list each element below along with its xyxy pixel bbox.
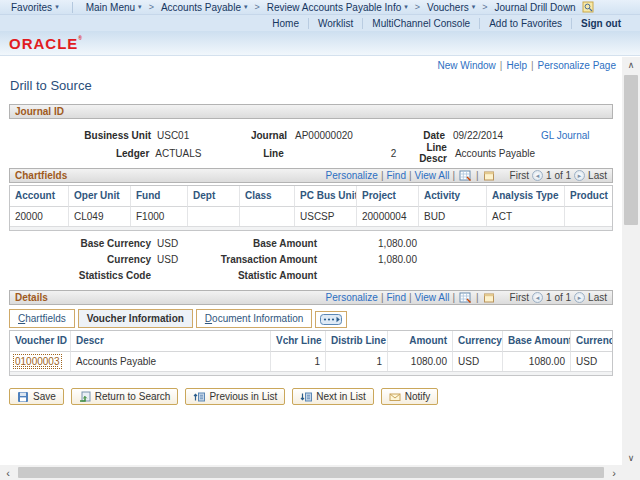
cell-oper-unit: CL049 (68, 206, 130, 226)
control-separator: | (476, 292, 479, 303)
col-amount: Amount (387, 331, 452, 351)
chevron-down-icon: ▾ (55, 3, 59, 11)
vertical-scrollbar[interactable]: ∧ ∨ (622, 57, 640, 465)
control-separator: | (381, 170, 384, 181)
gl-journal-link[interactable]: GL Journal (541, 130, 613, 141)
popup-window-icon[interactable] (483, 170, 495, 182)
first-label[interactable]: First (510, 292, 529, 303)
vertical-scrollbar-thumb[interactable] (624, 75, 638, 225)
tab-document-information[interactable]: Document Information (196, 309, 312, 328)
breadcrumb-separator: > (482, 2, 487, 12)
show-all-columns-icon (320, 314, 342, 325)
col-product: Product (564, 186, 612, 206)
breadcrumb-accounts-payable[interactable]: Accounts Payable ▾ (158, 2, 251, 13)
first-label[interactable]: First (510, 170, 529, 181)
col-pc-bus-unit: PC Bus Unit (294, 186, 356, 206)
details-tab-strip: Chartfields Voucher Information Document… (9, 309, 613, 328)
cell-amount: 1080.00 (387, 351, 452, 371)
save-button[interactable]: Save (9, 388, 64, 405)
col-account: Account (10, 186, 68, 206)
base-amount-label: Base Amount (217, 238, 317, 249)
home-link[interactable]: Home (263, 18, 308, 29)
journal-id-row-2: Ledger ACTUALS Line 2 Line Descr Account… (9, 146, 613, 160)
page-search-icon[interactable] (582, 1, 594, 13)
tab-voucher-information[interactable]: Voucher Information (78, 309, 193, 328)
col-analysis-type: Analysis Type (486, 186, 564, 206)
popup-window-icon[interactable] (483, 292, 495, 304)
cell-fund: F1000 (130, 206, 187, 226)
previous-in-list-icon (193, 391, 205, 403)
cell-activity: BUD (418, 206, 486, 226)
previous-page-icon[interactable]: ◄ (532, 292, 543, 303)
worklist-link[interactable]: Worklist (308, 18, 362, 29)
details-header-row: Voucher ID Descr Vchr Line Distrib Line … (10, 331, 612, 351)
personalize-page-link[interactable]: Personalize Page (538, 60, 616, 71)
scroll-right-icon[interactable]: › (606, 465, 622, 480)
breadcrumb-review-ap-info[interactable]: Review Accounts Payable Info ▾ (264, 2, 411, 13)
journal-id-section-title: Journal ID (15, 106, 64, 117)
find-link[interactable]: Find (386, 292, 405, 303)
tab-chartfields[interactable]: Chartfields (9, 309, 75, 328)
sign-out-link[interactable]: Sign out (571, 18, 630, 29)
scroll-down-icon[interactable]: ∨ (622, 450, 640, 465)
cell-currency: USD (452, 351, 502, 371)
next-page-icon[interactable]: ► (574, 292, 585, 303)
add-to-favorites-link[interactable]: Add to Favorites (479, 18, 571, 29)
base-currency-row: Base Currency USD Base Amount 1,080.00 (9, 237, 613, 250)
line-descr-value: Accounts Payable (455, 148, 613, 159)
breadcrumb-main-menu-label: Main Menu (86, 2, 135, 13)
breadcrumb-label: Accounts Payable (161, 2, 241, 13)
last-label[interactable]: Last (588, 170, 607, 181)
cell-descr: Accounts Payable (70, 351, 270, 371)
cell-account: 20000 (10, 206, 68, 226)
next-page-icon[interactable]: ► (574, 170, 585, 181)
statistics-code-label: Statistics Code (9, 270, 151, 281)
breadcrumb-favorites[interactable]: Favorites ▾ (8, 2, 62, 13)
breadcrumb-vouchers[interactable]: Vouchers ▾ (424, 2, 478, 13)
help-link[interactable]: Help (506, 60, 527, 71)
previous-page-icon[interactable]: ◄ (532, 170, 543, 181)
last-label[interactable]: Last (588, 292, 607, 303)
personalize-link[interactable]: Personalize (326, 170, 378, 181)
chartfields-header-row: Account Oper Unit Fund Dept Class PC Bus… (10, 186, 612, 206)
statistics-row: Statistics Code Statistic Amount (9, 269, 613, 282)
voucher-id-link[interactable]: 01000003 (15, 356, 60, 367)
details-data-row: 01000003 Accounts Payable 1 1 1080.00 US… (10, 351, 612, 371)
download-grid-icon[interactable] (459, 292, 472, 304)
multichannel-console-link[interactable]: MultiChannel Console (362, 18, 479, 29)
page-title: Drill to Source (10, 78, 622, 93)
show-all-columns-tab[interactable] (315, 311, 347, 328)
peoplesoft-window: Favorites ▾ Main Menu ▾ > Accounts Payab… (0, 0, 640, 480)
breadcrumb-label: Review Accounts Payable Info (267, 2, 402, 13)
chartfields-grid-controls: Personalize | Find | View All | | First … (326, 170, 607, 182)
previous-in-list-button[interactable]: Previous in List (185, 388, 285, 405)
horizontal-scrollbar[interactable]: ‹ › (0, 465, 622, 480)
next-in-list-button[interactable]: Next in List (292, 388, 373, 405)
page-content: New Window | Help | Personalize Page Dri… (0, 57, 622, 465)
cell-vchr-line: 1 (270, 351, 325, 371)
cell-base-amount: 1080.00 (502, 351, 570, 371)
business-unit-label: Business Unit (9, 130, 151, 141)
col-currency: Currency (452, 331, 502, 351)
return-to-search-button[interactable]: Return to Search (71, 388, 179, 405)
utility-bar: Home Worklist MultiChannel Console Add t… (0, 15, 640, 31)
notify-button[interactable]: Notify (381, 388, 439, 405)
find-link[interactable]: Find (386, 170, 405, 181)
new-window-link[interactable]: New Window (437, 60, 495, 71)
scroll-up-icon[interactable]: ∧ (622, 57, 640, 72)
scroll-left-icon[interactable]: ‹ (0, 465, 16, 480)
transaction-amount-label: Transaction Amount (217, 254, 317, 265)
view-all-link[interactable]: View All (415, 292, 450, 303)
details-grid-controls: Personalize | Find | View All | | First … (326, 292, 607, 304)
tab-label: Chartfields (18, 313, 66, 324)
horizontal-scrollbar-thumb[interactable] (18, 467, 604, 478)
currency-label: Currency (9, 254, 151, 265)
personalize-link[interactable]: Personalize (326, 292, 378, 303)
view-all-link[interactable]: View All (415, 170, 450, 181)
chevron-down-icon: ▾ (404, 3, 408, 11)
pagebar-separator: | (531, 60, 534, 71)
scrollbar-corner (622, 465, 640, 480)
breadcrumb-main-menu[interactable]: Main Menu ▾ (83, 2, 145, 13)
control-separator: | (409, 292, 412, 303)
download-grid-icon[interactable] (459, 170, 472, 182)
